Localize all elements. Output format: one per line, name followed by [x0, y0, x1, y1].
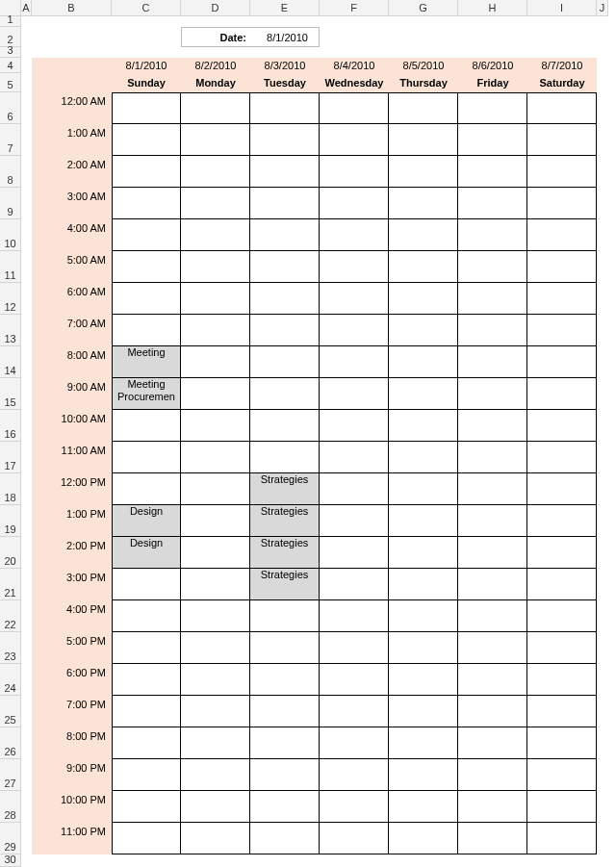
- calendar-event[interactable]: Meeting: [112, 346, 181, 378]
- calendar-cell[interactable]: [320, 600, 389, 632]
- calendar-cell[interactable]: [181, 378, 250, 410]
- row-header[interactable]: 8: [0, 156, 21, 188]
- col-header-E[interactable]: E: [250, 0, 320, 16]
- calendar-cell[interactable]: [181, 219, 250, 251]
- calendar-cell[interactable]: [527, 378, 597, 410]
- row-header[interactable]: 4: [0, 58, 21, 73]
- calendar-cell[interactable]: [389, 791, 458, 823]
- calendar-cell[interactable]: [320, 315, 389, 346]
- row-header[interactable]: 12: [0, 283, 21, 315]
- calendar-cell[interactable]: [458, 378, 527, 410]
- calendar-cell[interactable]: [320, 378, 389, 410]
- calendar-cell[interactable]: [389, 378, 458, 410]
- col-header-I[interactable]: I: [527, 0, 597, 16]
- calendar-event[interactable]: Strategies: [250, 569, 320, 600]
- calendar-cell[interactable]: [389, 759, 458, 791]
- row-header[interactable]: 6: [0, 92, 21, 124]
- calendar-cell[interactable]: [112, 188, 181, 219]
- row-header[interactable]: 5: [0, 73, 21, 92]
- calendar-cell[interactable]: [250, 188, 320, 219]
- calendar-cell[interactable]: [181, 124, 250, 156]
- calendar-cell[interactable]: [320, 473, 389, 505]
- calendar-cell[interactable]: [458, 473, 527, 505]
- row-header[interactable]: 7: [0, 124, 21, 156]
- calendar-cell[interactable]: [458, 664, 527, 696]
- calendar-cell[interactable]: [320, 92, 389, 124]
- row-header[interactable]: 1: [0, 16, 21, 27]
- calendar-cell[interactable]: [389, 537, 458, 569]
- calendar-cell[interactable]: [458, 569, 527, 600]
- calendar-cell[interactable]: [527, 569, 597, 600]
- calendar-cell[interactable]: [527, 283, 597, 315]
- calendar-cell[interactable]: [458, 727, 527, 759]
- row-header[interactable]: 28: [0, 791, 21, 823]
- col-header-H[interactable]: H: [458, 0, 527, 16]
- calendar-cell[interactable]: [112, 632, 181, 664]
- calendar-cell[interactable]: [250, 442, 320, 473]
- calendar-cell[interactable]: [112, 696, 181, 727]
- calendar-cell[interactable]: [320, 664, 389, 696]
- calendar-cell[interactable]: [250, 696, 320, 727]
- row-header[interactable]: 9: [0, 188, 21, 219]
- calendar-cell[interactable]: [389, 92, 458, 124]
- row-header[interactable]: 3: [0, 47, 21, 58]
- calendar-cell[interactable]: [112, 664, 181, 696]
- calendar-cell[interactable]: [320, 156, 389, 188]
- col-header-J[interactable]: J: [597, 0, 608, 16]
- calendar-cell[interactable]: [527, 156, 597, 188]
- calendar-cell[interactable]: [250, 378, 320, 410]
- calendar-cell[interactable]: [181, 505, 250, 537]
- calendar-cell[interactable]: [458, 188, 527, 219]
- calendar-cell[interactable]: [320, 791, 389, 823]
- calendar-cell[interactable]: [527, 315, 597, 346]
- calendar-cell[interactable]: [389, 346, 458, 378]
- row-header[interactable]: 16: [0, 410, 21, 442]
- calendar-event[interactable]: Strategies: [250, 473, 320, 505]
- col-header-D[interactable]: D: [181, 0, 250, 16]
- calendar-cell[interactable]: [250, 823, 320, 854]
- calendar-cell[interactable]: [181, 537, 250, 569]
- calendar-cell[interactable]: [112, 251, 181, 283]
- calendar-cell[interactable]: [320, 632, 389, 664]
- row-header[interactable]: 26: [0, 727, 21, 759]
- calendar-cell[interactable]: [389, 632, 458, 664]
- calendar-cell[interactable]: [320, 283, 389, 315]
- calendar-cell[interactable]: [250, 664, 320, 696]
- calendar-cell[interactable]: [250, 92, 320, 124]
- calendar-cell[interactable]: [458, 632, 527, 664]
- calendar-cell[interactable]: [181, 442, 250, 473]
- calendar-cell[interactable]: [527, 696, 597, 727]
- calendar-cell[interactable]: [458, 410, 527, 442]
- calendar-cell[interactable]: [320, 696, 389, 727]
- calendar-cell[interactable]: [250, 219, 320, 251]
- calendar-cell[interactable]: [181, 823, 250, 854]
- calendar-cell[interactable]: [389, 219, 458, 251]
- calendar-cell[interactable]: [389, 410, 458, 442]
- calendar-cell[interactable]: [181, 664, 250, 696]
- col-header-B[interactable]: B: [32, 0, 112, 16]
- col-header-F[interactable]: F: [320, 0, 389, 16]
- calendar-cell[interactable]: [112, 92, 181, 124]
- calendar-cell[interactable]: [181, 188, 250, 219]
- calendar-cell[interactable]: [527, 442, 597, 473]
- calendar-cell[interactable]: [112, 600, 181, 632]
- calendar-cell[interactable]: [250, 791, 320, 823]
- calendar-cell[interactable]: [112, 156, 181, 188]
- date-input[interactable]: 8/1/2010: [250, 27, 320, 47]
- calendar-cell[interactable]: [320, 759, 389, 791]
- calendar-cell[interactable]: [458, 759, 527, 791]
- calendar-cell[interactable]: [181, 346, 250, 378]
- calendar-cell[interactable]: [250, 410, 320, 442]
- calendar-cell[interactable]: [250, 600, 320, 632]
- calendar-cell[interactable]: [389, 664, 458, 696]
- calendar-cell[interactable]: [181, 251, 250, 283]
- calendar-cell[interactable]: [458, 791, 527, 823]
- row-header[interactable]: 27: [0, 759, 21, 791]
- row-header[interactable]: 23: [0, 632, 21, 664]
- calendar-cell[interactable]: [320, 410, 389, 442]
- calendar-event[interactable]: Strategies: [250, 537, 320, 569]
- calendar-cell[interactable]: [181, 759, 250, 791]
- calendar-cell[interactable]: [389, 823, 458, 854]
- calendar-cell[interactable]: [250, 346, 320, 378]
- calendar-cell[interactable]: [112, 473, 181, 505]
